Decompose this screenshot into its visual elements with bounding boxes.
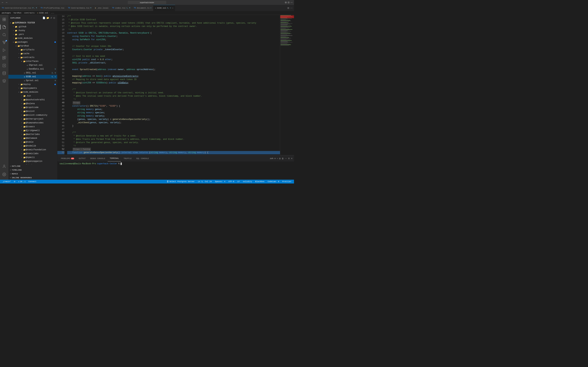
activity-search[interactable] xyxy=(0,31,8,39)
tree-item-s01l[interactable]: › ◇ S01L.sol 2, U xyxy=(9,71,57,75)
outline-section[interactable]: › OUTLINE xyxy=(9,164,57,168)
tab-s33d-sol[interactable]: ◇ S33D.sol 6, U ✕ xyxy=(153,5,175,11)
maximize-panel-button[interactable]: ⬆ xyxy=(288,157,290,160)
tree-item-deployments[interactable]: › 📁 deployments xyxy=(9,86,57,90)
tree-item-packages[interactable]: ▾ 📂 packages xyxy=(9,40,57,44)
tree-item-metamask[interactable]: › 📁 @metamask xyxy=(9,136,57,140)
panel-tab-terminal[interactable]: TERMINAL xyxy=(108,155,121,161)
new-file-button[interactable]: 📄 xyxy=(43,17,45,19)
tree-item-noble[interactable]: › 📁 @noble xyxy=(9,140,57,144)
tab-contract-data[interactable]: TS ContractData.tsx M xyxy=(66,5,93,11)
tree-item-contracts[interactable]: ▾ 📂 contracts xyxy=(9,56,57,59)
blackbox-status[interactable]: Blackbox xyxy=(254,180,265,184)
panel-tab-truffle[interactable]: TRUFFLE xyxy=(121,155,134,161)
activity-source-control[interactable]: 3 xyxy=(0,39,8,46)
activity-extensions[interactable] xyxy=(0,54,8,62)
codeium-status[interactable]: Codeium: 0 xyxy=(267,180,280,184)
activity-blackbox[interactable] xyxy=(0,62,8,69)
tree-item-nodelib[interactable]: › 📁 @nodelib xyxy=(9,144,57,148)
tree-item-aashutoshrathi[interactable]: › 📁 @aashutoshrathi xyxy=(9,98,57,102)
title-bar-search[interactable] xyxy=(128,1,166,4)
tree-item-cache[interactable]: › 📁 cache xyxy=(9,52,57,56)
remix-section[interactable]: › REMIX xyxy=(9,172,57,176)
collapse-button[interactable]: ⊟ xyxy=(53,17,55,19)
more-button[interactable]: ⋯ xyxy=(291,1,293,4)
tab-close-icon[interactable]: ✕ xyxy=(172,7,173,9)
tree-item-interfaces[interactable]: ▾ 📂 interfaces xyxy=(9,59,57,63)
tree-item-openzeppelin[interactable]: › 📁 @openzeppelin xyxy=(9,159,57,163)
prettier-status[interactable]: Prettier xyxy=(282,180,292,184)
activity-database[interactable] xyxy=(0,69,8,77)
tree-item-matterlabs[interactable]: › 📁 @matterlabs xyxy=(9,133,57,136)
branch-status[interactable]: ⎇ main* xyxy=(2,180,12,184)
tab-index-ts[interactable]: TS index.tsx 1, M xyxy=(110,5,132,11)
breadcrumb-part[interactable]: hardhat xyxy=(13,12,22,14)
close-panel-button[interactable]: ✕ xyxy=(291,157,293,160)
inline-bookmarks-section[interactable]: › INLINE BOOKMARKS xyxy=(9,176,57,180)
timeline-section[interactable]: › TIMELINE xyxy=(9,168,57,172)
new-terminal-button[interactable]: + xyxy=(277,157,278,160)
tree-item-balena[interactable]: › 📁 @balena xyxy=(9,102,57,106)
trash-terminal-button[interactable]: 🗑 xyxy=(282,157,284,160)
tree-item-node-modules[interactable]: › 📁 node_modules xyxy=(9,36,57,40)
title-bar-nav[interactable]: ← → xyxy=(1,1,8,4)
tab-contract-interaction[interactable]: TS ContractInteraction.tsx 9+, M xyxy=(0,5,39,11)
tree-item-humanwhocodes[interactable]: › 📁 @humanwhocodes xyxy=(9,121,57,125)
spaces-status[interactable]: Spaces: 4 xyxy=(214,180,226,184)
more-tab-actions-button[interactable]: ⋯ xyxy=(290,7,293,9)
tree-item-s33d[interactable]: › ◇ S33D.sol 6, U xyxy=(9,75,57,79)
line-ending-status[interactable]: LF xyxy=(237,180,240,184)
refresh-button[interactable]: ↺ xyxy=(50,17,52,19)
activity-debug[interactable] xyxy=(0,46,8,54)
tab-profile-pic[interactable]: TS ProfilePicStep.tsx xyxy=(39,5,66,11)
tree-item-eslint[interactable]: › 📁 @eslint xyxy=(9,109,57,113)
tree-item-cspotcode[interactable]: › 📁 @cspotcode xyxy=(9,106,57,109)
tree-item-sprout[interactable]: › ◇ Sprout.sol U xyxy=(9,79,57,83)
tree-root[interactable]: ▾ 📁 SUPERHACK-TESTER xyxy=(9,21,57,25)
encoding-status[interactable]: UTF-8 xyxy=(228,180,235,184)
breadcrumb-part[interactable]: S33D.sol xyxy=(39,12,48,14)
code-editor[interactable]: 14 15 16 17 18 19 20 21 22 23 24 25 26 2… xyxy=(57,15,280,155)
activity-files[interactable] xyxy=(0,23,8,31)
tab-document-ts[interactable]: TS document.ts U xyxy=(132,5,153,11)
tree-item-github[interactable]: › 📁 .github xyxy=(9,25,57,29)
tree-item-pkgjs[interactable]: › 📁 @pkgjs xyxy=(9,163,57,164)
line-col-status[interactable]: Ln 3, Col 24 xyxy=(197,180,212,184)
sync-status[interactable]: ⟳ xyxy=(13,180,16,184)
activity-settings[interactable] xyxy=(0,171,8,178)
tree-item-ethersproject[interactable]: › 📁 @ethersproject xyxy=(9,117,57,121)
window-button[interactable]: ⊡ xyxy=(288,1,289,4)
panel-tab-debug[interactable]: DEBUG CONSOLE xyxy=(88,155,107,161)
activity-layers[interactable] xyxy=(0,77,8,85)
layout-toggle-button[interactable]: ⊟ xyxy=(285,1,287,4)
tab-env-local[interactable]: ⚙ .env.local xyxy=(93,5,110,11)
panel-tab-sql[interactable]: SQL CONSOLE xyxy=(134,155,151,161)
tree-item-isaacs[interactable]: › 📁 @isaacs xyxy=(9,125,57,129)
nav-forward-button[interactable]: → xyxy=(5,1,8,4)
split-editor-button[interactable]: ⊞ xyxy=(287,7,289,9)
activity-accounts[interactable] xyxy=(0,163,8,170)
errors-status[interactable]: ✕ 18 ⚠ 1 xyxy=(17,180,26,184)
breadcrumb-part[interactable]: contracts xyxy=(24,12,35,14)
tree-item-nomicfoundation[interactable]: › 📁 @nomicfoundation xyxy=(9,148,57,152)
tree-item-artifacts[interactable]: › 📁 artifacts xyxy=(9,48,57,52)
tree-item-jridgewell[interactable]: › 📁 @jridgewell xyxy=(9,129,57,133)
panel-tab-output[interactable]: OUTPUT xyxy=(77,155,88,161)
terminal-content[interactable]: saulloveman@Sauls-MacBook-Pro superhack-… xyxy=(57,161,294,180)
new-folder-button[interactable]: 📁 xyxy=(46,17,49,19)
database-status[interactable]: 🗄 Select Postgres Server xyxy=(166,180,195,184)
split-terminal-button[interactable]: ⊞ xyxy=(279,157,281,160)
tree-item-yarn[interactable]: › 📁 .yarn xyxy=(9,33,57,36)
tree-item-nomiclabs[interactable]: › 📁 @nomiclabs xyxy=(9,152,57,156)
tree-item-isprout[interactable]: › ◇ ISprout.sol xyxy=(9,63,57,67)
tree-item-npmcli[interactable]: › 📁 @npmcli xyxy=(9,156,57,159)
panel-tab-problems[interactable]: PROBLEMS 19 xyxy=(59,155,76,161)
more-panel-button[interactable]: ⋯ xyxy=(285,157,287,160)
tree-item-hardhat[interactable]: ▾ 📂 hardhat xyxy=(9,44,57,48)
connect-status[interactable]: Connect xyxy=(28,180,37,184)
activity-explorer[interactable] xyxy=(0,16,8,23)
breadcrumb-part[interactable]: ... xyxy=(51,12,54,14)
tree-item-deploy[interactable]: › 📁 deploy xyxy=(9,83,57,86)
breadcrumb-part[interactable]: packages xyxy=(2,12,11,14)
nav-back-button[interactable]: ← xyxy=(1,1,4,4)
